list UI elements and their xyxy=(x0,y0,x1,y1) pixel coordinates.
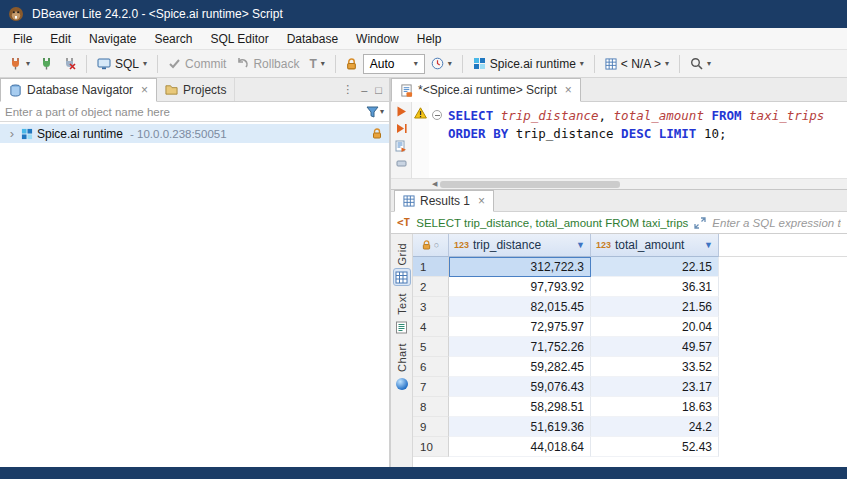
search-button[interactable]: ▾ xyxy=(686,54,715,73)
row-number[interactable]: 6 xyxy=(413,357,449,377)
column-header-total_amount[interactable]: 123total_amount▼ xyxy=(591,234,719,257)
column-header-trip_distance[interactable]: 123trip_distance▼ xyxy=(449,234,591,257)
menu-item-help[interactable]: Help xyxy=(408,29,451,49)
menu-item-window[interactable]: Window xyxy=(347,29,408,49)
view-menu-icon[interactable]: ⋮ xyxy=(342,83,353,96)
table-row: 951,619.3624.2 xyxy=(413,417,847,437)
cell-trip_distance[interactable]: 72,975.97 xyxy=(449,317,591,337)
menu-item-sql-editor[interactable]: SQL Editor xyxy=(201,29,277,49)
cell-total_amount[interactable]: 23.17 xyxy=(591,377,719,397)
sort-indicator-icon[interactable]: ▼ xyxy=(704,240,713,250)
close-tab-icon[interactable]: × xyxy=(565,83,572,97)
scrollbar-thumb[interactable] xyxy=(440,181,620,188)
query-history-button[interactable]: ▾ xyxy=(427,54,456,73)
maximize-view-icon[interactable]: □ xyxy=(375,84,382,96)
dropdown-arrow-icon[interactable]: ▾ xyxy=(380,108,384,116)
sort-indicator-icon[interactable]: ▼ xyxy=(576,240,585,250)
row-filler xyxy=(719,417,847,437)
row-filler xyxy=(719,377,847,397)
row-number[interactable]: 10 xyxy=(413,437,449,457)
row-number[interactable]: 8 xyxy=(413,397,449,417)
row-number[interactable]: 4 xyxy=(413,317,449,337)
presentation-tab-text[interactable]: Text xyxy=(393,293,411,336)
menu-item-navigate[interactable]: Navigate xyxy=(80,29,145,49)
cell-trip_distance[interactable]: 44,018.64 xyxy=(449,437,591,457)
main-toolbar: ▾ SQL ▾ Commit Rollback T ▾ xyxy=(0,50,847,78)
active-connection-selector[interactable]: Spice.ai runtime ▾ xyxy=(469,54,588,74)
cell-trip_distance[interactable]: 59,076.43 xyxy=(449,377,591,397)
row-number[interactable]: 1 xyxy=(413,257,449,277)
dbeaver-window: DBeaver Lite 24.2.0 - <Spice.ai runtime>… xyxy=(0,0,847,479)
row-number[interactable]: 3 xyxy=(413,297,449,317)
connect-button[interactable] xyxy=(36,54,57,73)
disconnect-button[interactable] xyxy=(59,54,80,73)
presentation-tab-grid[interactable]: Grid xyxy=(393,243,411,286)
row-filler xyxy=(719,257,847,277)
tab-label: Database Navigator xyxy=(27,83,133,97)
execute-statement-icon[interactable] xyxy=(396,106,407,117)
close-tab-icon[interactable]: × xyxy=(141,83,148,97)
menu-item-edit[interactable]: Edit xyxy=(41,29,80,49)
new-connection-button[interactable]: ▾ xyxy=(5,54,34,73)
row-number[interactable]: 5 xyxy=(413,337,449,357)
tree-item-spice-connection[interactable]: › Spice.ai runtime - 10.0.0.238:50051 xyxy=(0,124,389,143)
cell-total_amount[interactable]: 22.15 xyxy=(591,257,719,277)
transaction-mode-select[interactable]: Auto ▾ xyxy=(363,54,425,74)
cell-trip_distance[interactable]: 58,298.51 xyxy=(449,397,591,417)
scroll-left-icon[interactable]: ◀ xyxy=(429,180,440,188)
grid-corner-cell[interactable]: ○ xyxy=(413,234,449,257)
text-presentation-icon[interactable] xyxy=(393,318,411,336)
cell-total_amount[interactable]: 52.43 xyxy=(591,437,719,457)
execute-script-icon[interactable] xyxy=(395,140,407,152)
transaction-log-button[interactable]: T ▾ xyxy=(305,54,328,74)
cell-trip_distance[interactable]: 312,722.3 xyxy=(449,257,591,277)
open-sql-editor-button[interactable]: SQL ▾ xyxy=(93,54,151,74)
transaction-mode-lock-icon[interactable] xyxy=(342,55,361,73)
cell-trip_distance[interactable]: 82,015.45 xyxy=(449,297,591,317)
close-tab-icon[interactable]: × xyxy=(478,194,485,208)
presentation-tab-chart[interactable]: Chart xyxy=(393,343,411,393)
row-number[interactable]: 2 xyxy=(413,277,449,297)
row-number[interactable]: 9 xyxy=(413,417,449,437)
cell-trip_distance[interactable]: 59,282.45 xyxy=(449,357,591,377)
menu-item-file[interactable]: File xyxy=(4,29,41,49)
cell-total_amount[interactable]: 33.52 xyxy=(591,357,719,377)
object-filter-input[interactable] xyxy=(0,106,366,118)
filter-expression-placeholder[interactable]: Enter a SQL expression to xyxy=(712,217,841,229)
tab-results-1[interactable]: Results 1 × xyxy=(394,190,494,212)
sql-code[interactable]: SELECT trip_distance, total_amount FROM … xyxy=(429,102,847,178)
active-connection-label: Spice.ai runtime xyxy=(490,57,576,71)
cell-total_amount[interactable]: 36.31 xyxy=(591,277,719,297)
warning-icon[interactable] xyxy=(414,107,427,119)
minimize-view-icon[interactable]: – xyxy=(361,84,367,96)
active-schema-selector[interactable]: < N/A > ▾ xyxy=(601,54,673,74)
view-toolbar: ⋮ – □ xyxy=(342,78,389,101)
menu-item-database[interactable]: Database xyxy=(278,29,347,49)
expand-filter-icon[interactable] xyxy=(694,217,706,229)
funnel-filter-icon[interactable] xyxy=(366,106,379,118)
execute-new-tab-icon[interactable] xyxy=(396,123,407,134)
menubar: FileEditNavigateSearchSQL EditorDatabase… xyxy=(0,28,847,50)
menu-item-search[interactable]: Search xyxy=(145,29,201,49)
cell-trip_distance[interactable]: 71,752.26 xyxy=(449,337,591,357)
explain-plan-icon[interactable] xyxy=(396,158,407,169)
grid-presentation-icon[interactable] xyxy=(393,268,411,286)
cell-trip_distance[interactable]: 51,619.36 xyxy=(449,417,591,437)
cell-trip_distance[interactable]: 97,793.92 xyxy=(449,277,591,297)
row-number[interactable]: 7 xyxy=(413,377,449,397)
cell-total_amount[interactable]: 18.63 xyxy=(591,397,719,417)
expand-chevron-icon[interactable]: › xyxy=(7,127,17,140)
cell-total_amount[interactable]: 24.2 xyxy=(591,417,719,437)
tab-projects[interactable]: Projects xyxy=(157,78,235,101)
commit-button[interactable]: Commit xyxy=(164,54,230,74)
connection-address: - 10.0.0.238:50051 xyxy=(130,128,227,140)
tab-sql-script[interactable]: *<Spice.ai runtime> Script × xyxy=(391,78,581,102)
rollback-button[interactable]: Rollback xyxy=(232,54,303,74)
cell-total_amount[interactable]: 49.57 xyxy=(591,337,719,357)
fold-marker-icon[interactable] xyxy=(432,110,442,120)
tab-database-navigator[interactable]: Database Navigator × xyxy=(0,78,157,102)
cell-total_amount[interactable]: 21.56 xyxy=(591,297,719,317)
cell-total_amount[interactable]: 20.04 xyxy=(591,317,719,337)
editor-horizontal-scrollbar[interactable]: ◀ xyxy=(391,178,847,189)
chart-presentation-icon[interactable] xyxy=(393,375,411,393)
